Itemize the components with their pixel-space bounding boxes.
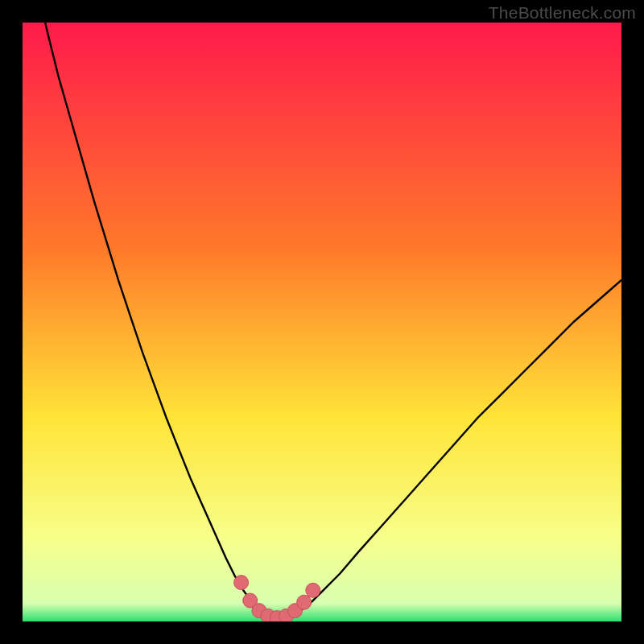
watermark-text: TheBottleneck.com — [489, 3, 636, 23]
gradient-background — [23, 23, 621, 621]
marker-dot — [306, 583, 320, 597]
marker-dot — [234, 576, 249, 590]
marker-dot — [297, 595, 312, 609]
plot-area — [23, 23, 621, 621]
chart-frame: TheBottleneck.com — [0, 0, 644, 644]
chart-canvas — [23, 23, 621, 621]
